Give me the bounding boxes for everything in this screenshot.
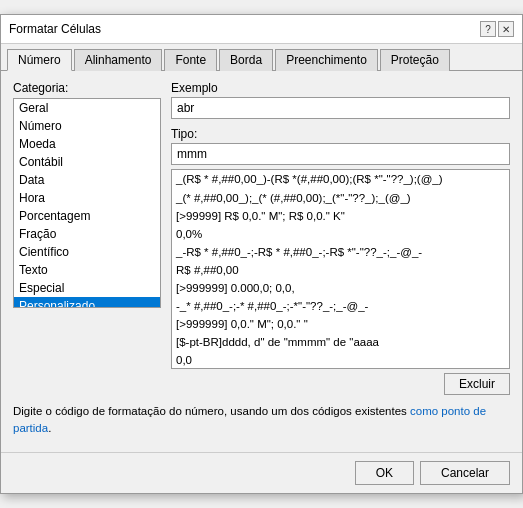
category-item-geral[interactable]: Geral [14, 99, 160, 117]
category-item-especial[interactable]: Especial [14, 279, 160, 297]
category-item-fracao[interactable]: Fração [14, 225, 160, 243]
example-box: abr [171, 97, 510, 119]
tab-alinhamento[interactable]: Alinhamento [74, 49, 163, 71]
hint-text-after: . [48, 422, 51, 434]
tab-preenchimento[interactable]: Preenchimento [275, 49, 378, 71]
dialog-content: Categoria: Geral Número Moeda Contábil D… [1, 71, 522, 445]
tab-fonte[interactable]: Fonte [164, 49, 217, 71]
type-list[interactable]: _(R$ * #,##0,00_)-(R$ *(#,##0,00);(R$ *"… [171, 169, 510, 369]
dialog-title: Formatar Células [9, 22, 101, 36]
delete-row: Excluir [171, 373, 510, 395]
type-label: Tipo: [171, 127, 510, 141]
type-input[interactable] [171, 143, 510, 165]
category-item-hora[interactable]: Hora [14, 189, 160, 207]
bottom-buttons: OK Cancelar [1, 452, 522, 493]
main-area: Categoria: Geral Número Moeda Contábil D… [13, 81, 510, 395]
left-panel: Categoria: Geral Número Moeda Contábil D… [13, 81, 161, 395]
type-item-9[interactable]: [>999999] 0,0." M"; 0,0." " [172, 315, 509, 333]
category-item-contabil[interactable]: Contábil [14, 153, 160, 171]
tabs-bar: Número Alinhamento Fonte Borda Preenchim… [1, 44, 522, 71]
type-item-8[interactable]: -_* #,##0_-;-* #,##0_-;-*"-"??_-;_-@_- [172, 297, 509, 315]
category-list[interactable]: Geral Número Moeda Contábil Data Hora Po… [13, 98, 161, 308]
type-item-7[interactable]: [>999999] 0.000,0; 0,0, [172, 279, 509, 297]
type-item-10[interactable]: [$-pt-BR]dddd, d" de "mmmm" de "aaaa [172, 333, 509, 351]
category-item-porcentagem[interactable]: Porcentagem [14, 207, 160, 225]
tab-numero[interactable]: Número [7, 49, 72, 71]
hint-text-before: Digite o código de formatação do número,… [13, 405, 410, 417]
cancel-button[interactable]: Cancelar [420, 461, 510, 485]
delete-button[interactable]: Excluir [444, 373, 510, 395]
category-item-cientifico[interactable]: Científico [14, 243, 160, 261]
type-item-2[interactable]: _(* #,##0,00_);_(* (#,##0,00);_(*"-"??_)… [172, 189, 509, 207]
dialog: Formatar Células ? ✕ Número Alinhamento … [0, 14, 523, 493]
category-item-data[interactable]: Data [14, 171, 160, 189]
right-panel: Exemplo abr Tipo: _(R$ * #,##0,00_)-(R$ … [171, 81, 510, 395]
hint-text: Digite o código de formatação do número,… [13, 403, 510, 435]
tab-borda[interactable]: Borda [219, 49, 273, 71]
title-buttons: ? ✕ [480, 21, 514, 37]
category-item-texto[interactable]: Texto [14, 261, 160, 279]
category-item-numero[interactable]: Número [14, 117, 160, 135]
close-button[interactable]: ✕ [498, 21, 514, 37]
type-item-6[interactable]: R$ #,##0,00 [172, 261, 509, 279]
tab-protecao[interactable]: Proteção [380, 49, 450, 71]
example-label: Exemplo [171, 81, 510, 95]
example-value: abr [177, 101, 194, 115]
type-item-5[interactable]: _-R$ * #,##0_-;-R$ * #,##0_-;-R$ *"-"??_… [172, 243, 509, 261]
category-item-personalizado[interactable]: Personalizado [14, 297, 160, 308]
category-label: Categoria: [13, 81, 161, 95]
title-bar: Formatar Células ? ✕ [1, 15, 522, 44]
type-item-1[interactable]: _(R$ * #,##0,00_)-(R$ *(#,##0,00);(R$ *"… [172, 170, 509, 188]
type-item-4[interactable]: 0,0% [172, 225, 509, 243]
type-item-3[interactable]: [>99999] R$ 0,0." M"; R$ 0,0." K" [172, 207, 509, 225]
category-item-moeda[interactable]: Moeda [14, 135, 160, 153]
help-button[interactable]: ? [480, 21, 496, 37]
ok-button[interactable]: OK [355, 461, 414, 485]
type-item-11[interactable]: 0,0 [172, 351, 509, 369]
